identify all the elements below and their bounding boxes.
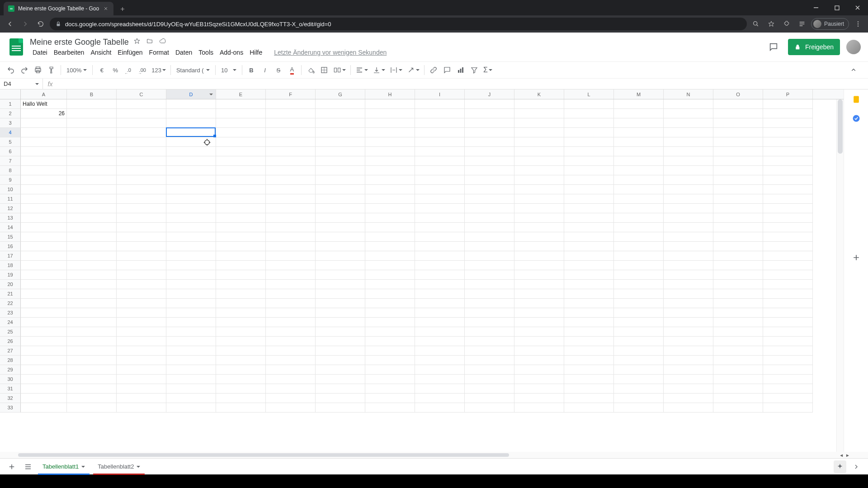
- cell-P1[interactable]: [763, 99, 813, 109]
- sheet-tab-2[interactable]: Tabellenblatt2: [93, 460, 145, 474]
- cell-E16[interactable]: [216, 242, 266, 251]
- cell-D13[interactable]: [166, 213, 216, 223]
- cell-G8[interactable]: [316, 166, 365, 175]
- cell-J27[interactable]: [465, 346, 514, 356]
- cell-F21[interactable]: [266, 289, 316, 299]
- cell-D10[interactable]: [166, 185, 216, 194]
- cell-B26[interactable]: [67, 337, 117, 346]
- menu-ansicht[interactable]: Ansicht: [88, 48, 114, 57]
- column-header-J[interactable]: J: [465, 89, 514, 99]
- cell-O18[interactable]: [713, 261, 763, 270]
- cell-N26[interactable]: [664, 337, 713, 346]
- cell-M13[interactable]: [614, 213, 664, 223]
- cell-N20[interactable]: [664, 280, 713, 289]
- cell-J17[interactable]: [465, 251, 514, 261]
- cell-E5[interactable]: [216, 137, 266, 147]
- cell-P6[interactable]: [763, 147, 813, 156]
- add-addon-icon[interactable]: [852, 253, 861, 262]
- cell-P17[interactable]: [763, 251, 813, 261]
- row-header-19[interactable]: 19: [0, 270, 21, 280]
- cell-H28[interactable]: [365, 356, 415, 365]
- cell-P12[interactable]: [763, 204, 813, 213]
- cell-F28[interactable]: [266, 356, 316, 365]
- cell-K17[interactable]: [514, 251, 564, 261]
- cell-L5[interactable]: [564, 137, 614, 147]
- cell-F1[interactable]: [266, 99, 316, 109]
- cell-A20[interactable]: [21, 280, 67, 289]
- cell-A25[interactable]: [21, 327, 67, 337]
- cell-P23[interactable]: [763, 308, 813, 318]
- column-header-L[interactable]: L: [564, 89, 614, 99]
- cell-O12[interactable]: [713, 204, 763, 213]
- cell-O2[interactable]: [713, 109, 763, 118]
- cell-K2[interactable]: [514, 109, 564, 118]
- cell-A10[interactable]: [21, 185, 67, 194]
- cell-B8[interactable]: [67, 166, 117, 175]
- cell-A4[interactable]: [21, 128, 67, 137]
- paint-format-button[interactable]: [45, 64, 58, 76]
- menu-daten[interactable]: Daten: [173, 48, 195, 57]
- increase-decimal-button[interactable]: .00→: [136, 64, 149, 76]
- cell-H25[interactable]: [365, 327, 415, 337]
- cell-A19[interactable]: [21, 270, 67, 280]
- row-header-14[interactable]: 14: [0, 223, 21, 232]
- cell-H3[interactable]: [365, 118, 415, 128]
- forward-button[interactable]: [19, 18, 32, 30]
- cell-K22[interactable]: [514, 299, 564, 308]
- cell-F25[interactable]: [266, 327, 316, 337]
- cell-O27[interactable]: [713, 346, 763, 356]
- row-header-23[interactable]: 23: [0, 308, 21, 318]
- bookmark-star-icon[interactable]: [765, 18, 778, 30]
- cell-C2[interactable]: [117, 109, 166, 118]
- cell-D14[interactable]: [166, 223, 216, 232]
- cell-I2[interactable]: [415, 109, 465, 118]
- redo-button[interactable]: [18, 64, 31, 76]
- cell-O11[interactable]: [713, 194, 763, 204]
- cell-B21[interactable]: [67, 289, 117, 299]
- cell-L14[interactable]: [564, 223, 614, 232]
- cell-M9[interactable]: [614, 175, 664, 185]
- cell-B7[interactable]: [67, 156, 117, 166]
- cell-O21[interactable]: [713, 289, 763, 299]
- cell-O28[interactable]: [713, 356, 763, 365]
- cell-F9[interactable]: [266, 175, 316, 185]
- cell-A3[interactable]: [21, 118, 67, 128]
- cell-C6[interactable]: [117, 147, 166, 156]
- cell-J24[interactable]: [465, 318, 514, 327]
- row-header-22[interactable]: 22: [0, 299, 21, 308]
- cell-M21[interactable]: [614, 289, 664, 299]
- extensions-icon[interactable]: [780, 18, 793, 30]
- collapse-toolbar-button[interactable]: [847, 64, 860, 76]
- cell-E31[interactable]: [216, 384, 266, 394]
- cell-I3[interactable]: [415, 118, 465, 128]
- cell-F20[interactable]: [266, 280, 316, 289]
- cell-E27[interactable]: [216, 346, 266, 356]
- cell-D15[interactable]: [166, 232, 216, 242]
- horizontal-scrollbar[interactable]: ◄►: [0, 452, 868, 458]
- cell-L23[interactable]: [564, 308, 614, 318]
- cell-N11[interactable]: [664, 194, 713, 204]
- cell-L21[interactable]: [564, 289, 614, 299]
- cell-N31[interactable]: [664, 384, 713, 394]
- row-header-29[interactable]: 29: [0, 365, 21, 375]
- cell-O22[interactable]: [713, 299, 763, 308]
- cell-N15[interactable]: [664, 232, 713, 242]
- cell-N17[interactable]: [664, 251, 713, 261]
- cell-K10[interactable]: [514, 185, 564, 194]
- star-icon[interactable]: [133, 38, 141, 47]
- cell-A17[interactable]: [21, 251, 67, 261]
- cell-C1[interactable]: [117, 99, 166, 109]
- cell-K24[interactable]: [514, 318, 564, 327]
- cell-G7[interactable]: [316, 156, 365, 166]
- cell-D8[interactable]: [166, 166, 216, 175]
- cell-E6[interactable]: [216, 147, 266, 156]
- row-header-32[interactable]: 32: [0, 394, 21, 403]
- cell-D18[interactable]: [166, 261, 216, 270]
- cell-K5[interactable]: [514, 137, 564, 147]
- row-header-7[interactable]: 7: [0, 156, 21, 166]
- keep-icon[interactable]: [852, 95, 861, 104]
- cell-O23[interactable]: [713, 308, 763, 318]
- cell-L18[interactable]: [564, 261, 614, 270]
- cell-I16[interactable]: [415, 242, 465, 251]
- cell-K25[interactable]: [514, 327, 564, 337]
